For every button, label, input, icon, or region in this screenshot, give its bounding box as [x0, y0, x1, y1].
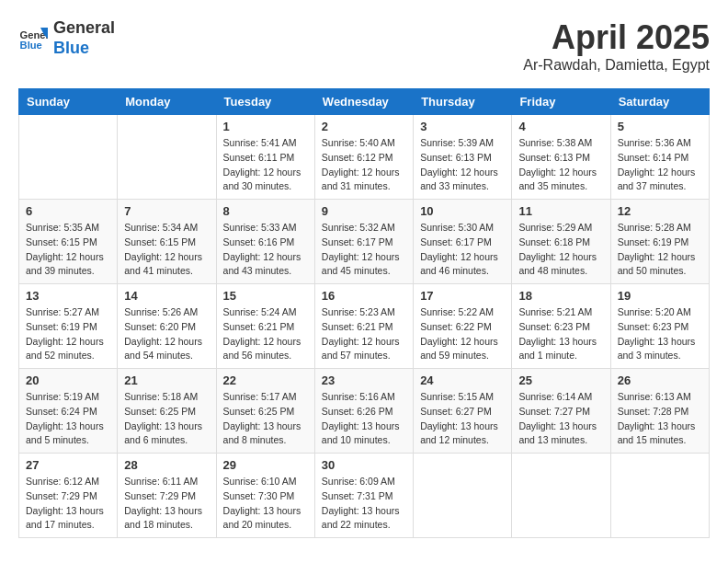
calendar-header-row: SundayMondayTuesdayWednesdayThursdayFrid… — [19, 89, 710, 115]
cell-content: Sunrise: 5:34 AM Sunset: 6:15 PM Dayligh… — [124, 221, 209, 279]
calendar-week-5: 27 Sunrise: 6:12 AM Sunset: 7:29 PM Dayl… — [19, 454, 710, 538]
cell-content: Sunrise: 6:13 AM Sunset: 7:28 PM Dayligh… — [618, 390, 702, 448]
sunset-text: Sunset: 6:26 PM — [322, 405, 406, 419]
logo-line2: Blue — [53, 39, 115, 59]
calendar-cell: 1 Sunrise: 5:41 AM Sunset: 6:11 PM Dayli… — [216, 115, 314, 200]
day-number: 15 — [223, 289, 308, 303]
day-number: 13 — [26, 289, 110, 303]
day-number: 2 — [322, 120, 406, 133]
sunset-text: Sunset: 6:25 PM — [223, 405, 308, 419]
calendar-cell: 6 Sunrise: 5:35 AM Sunset: 6:15 PM Dayli… — [19, 200, 118, 284]
location-title: Ar-Rawdah, Damietta, Egypt — [523, 57, 710, 74]
sunrise-text: Sunrise: 5:26 AM — [124, 305, 209, 320]
day-number: 24 — [420, 373, 505, 387]
sunset-text: Sunset: 6:25 PM — [124, 405, 209, 419]
daylight-text: Daylight: 12 hours and 52 minutes. — [26, 335, 110, 364]
cell-content: Sunrise: 5:16 AM Sunset: 6:26 PM Dayligh… — [322, 390, 406, 448]
calendar-week-3: 13 Sunrise: 5:27 AM Sunset: 6:19 PM Dayl… — [19, 284, 710, 369]
header-cell-friday: Friday — [512, 89, 610, 115]
sunset-text: Sunset: 6:13 PM — [420, 151, 505, 166]
day-number: 21 — [124, 373, 209, 387]
day-number: 9 — [322, 204, 406, 218]
daylight-text: Daylight: 12 hours and 45 minutes. — [322, 250, 406, 280]
month-title: April 2025 — [523, 18, 710, 57]
daylight-text: Daylight: 13 hours and 5 minutes. — [26, 419, 110, 449]
day-number: 7 — [124, 204, 209, 218]
daylight-text: Daylight: 13 hours and 10 minutes. — [322, 419, 406, 449]
daylight-text: Daylight: 13 hours and 1 minute. — [518, 335, 603, 364]
day-number: 20 — [26, 373, 110, 387]
daylight-text: Daylight: 13 hours and 22 minutes. — [322, 504, 406, 534]
daylight-text: Daylight: 12 hours and 50 minutes. — [618, 250, 702, 280]
sunset-text: Sunset: 7:31 PM — [322, 489, 406, 504]
daylight-text: Daylight: 12 hours and 57 minutes. — [322, 335, 406, 364]
sunset-text: Sunset: 6:14 PM — [618, 151, 702, 166]
calendar-cell: 13 Sunrise: 5:27 AM Sunset: 6:19 PM Dayl… — [19, 284, 118, 369]
sunset-text: Sunset: 6:21 PM — [223, 320, 308, 335]
sunset-text: Sunset: 6:22 PM — [420, 320, 505, 335]
day-number: 28 — [124, 458, 209, 472]
logo-icon: General Blue — [18, 24, 48, 53]
sunrise-text: Sunrise: 5:41 AM — [223, 136, 308, 151]
calendar-cell — [118, 115, 216, 200]
daylight-text: Daylight: 12 hours and 59 minutes. — [420, 335, 505, 364]
sunrise-text: Sunrise: 5:33 AM — [223, 221, 308, 236]
calendar-cell: 4 Sunrise: 5:38 AM Sunset: 6:13 PM Dayli… — [512, 115, 610, 200]
daylight-text: Daylight: 13 hours and 15 minutes. — [618, 419, 702, 449]
sunrise-text: Sunrise: 5:35 AM — [26, 221, 110, 236]
day-number: 25 — [518, 373, 603, 387]
calendar-cell — [512, 454, 610, 538]
sunrise-text: Sunrise: 5:38 AM — [518, 136, 603, 151]
calendar-cell: 22 Sunrise: 5:17 AM Sunset: 6:25 PM Dayl… — [216, 369, 314, 454]
calendar-cell: 25 Sunrise: 6:14 AM Sunset: 7:27 PM Dayl… — [512, 369, 610, 454]
sunrise-text: Sunrise: 5:19 AM — [26, 390, 110, 405]
day-number: 18 — [518, 289, 603, 303]
sunrise-text: Sunrise: 5:29 AM — [518, 221, 603, 236]
cell-content: Sunrise: 5:21 AM Sunset: 6:23 PM Dayligh… — [518, 305, 603, 363]
sunrise-text: Sunrise: 5:16 AM — [322, 390, 406, 405]
sunrise-text: Sunrise: 5:36 AM — [618, 136, 702, 151]
calendar-cell: 19 Sunrise: 5:20 AM Sunset: 6:23 PM Dayl… — [610, 284, 709, 369]
sunrise-text: Sunrise: 6:12 AM — [26, 475, 110, 489]
daylight-text: Daylight: 13 hours and 12 minutes. — [420, 419, 505, 449]
sunrise-text: Sunrise: 5:20 AM — [618, 305, 702, 320]
cell-content: Sunrise: 5:24 AM Sunset: 6:21 PM Dayligh… — [223, 305, 308, 363]
calendar-cell: 12 Sunrise: 5:28 AM Sunset: 6:19 PM Dayl… — [610, 200, 709, 284]
cell-content: Sunrise: 5:20 AM Sunset: 6:23 PM Dayligh… — [618, 305, 702, 363]
header-cell-monday: Monday — [118, 89, 216, 115]
sunset-text: Sunset: 6:27 PM — [420, 405, 505, 419]
daylight-text: Daylight: 12 hours and 46 minutes. — [420, 250, 505, 280]
day-number: 3 — [420, 120, 505, 133]
calendar-cell: 14 Sunrise: 5:26 AM Sunset: 6:20 PM Dayl… — [118, 284, 216, 369]
day-number: 22 — [223, 373, 308, 387]
calendar-cell: 15 Sunrise: 5:24 AM Sunset: 6:21 PM Dayl… — [216, 284, 314, 369]
calendar-cell: 23 Sunrise: 5:16 AM Sunset: 6:26 PM Dayl… — [314, 369, 413, 454]
calendar-cell: 26 Sunrise: 6:13 AM Sunset: 7:28 PM Dayl… — [610, 369, 709, 454]
cell-content: Sunrise: 5:26 AM Sunset: 6:20 PM Dayligh… — [124, 305, 209, 363]
sunrise-text: Sunrise: 5:40 AM — [322, 136, 406, 151]
calendar-cell: 20 Sunrise: 5:19 AM Sunset: 6:24 PM Dayl… — [19, 369, 118, 454]
cell-content: Sunrise: 5:28 AM Sunset: 6:19 PM Dayligh… — [618, 221, 702, 279]
svg-text:Blue: Blue — [20, 40, 42, 51]
daylight-text: Daylight: 13 hours and 17 minutes. — [26, 504, 110, 534]
day-number: 19 — [618, 289, 702, 303]
day-number: 6 — [26, 204, 110, 218]
calendar-week-1: 1 Sunrise: 5:41 AM Sunset: 6:11 PM Dayli… — [19, 115, 710, 200]
day-number: 14 — [124, 289, 209, 303]
calendar-cell: 16 Sunrise: 5:23 AM Sunset: 6:21 PM Dayl… — [314, 284, 413, 369]
sunrise-text: Sunrise: 5:27 AM — [26, 305, 110, 320]
day-number: 17 — [420, 289, 505, 303]
sunrise-text: Sunrise: 5:32 AM — [322, 221, 406, 236]
daylight-text: Daylight: 12 hours and 35 minutes. — [518, 166, 603, 195]
sunrise-text: Sunrise: 6:14 AM — [518, 390, 603, 405]
daylight-text: Daylight: 12 hours and 41 minutes. — [124, 250, 209, 280]
day-number: 1 — [223, 120, 308, 133]
cell-content: Sunrise: 5:22 AM Sunset: 6:22 PM Dayligh… — [420, 305, 505, 363]
calendar-cell: 29 Sunrise: 6:10 AM Sunset: 7:30 PM Dayl… — [216, 454, 314, 538]
day-number: 10 — [420, 204, 505, 218]
daylight-text: Daylight: 13 hours and 6 minutes. — [124, 419, 209, 449]
cell-content: Sunrise: 5:40 AM Sunset: 6:12 PM Dayligh… — [322, 136, 406, 194]
cell-content: Sunrise: 5:38 AM Sunset: 6:13 PM Dayligh… — [518, 136, 603, 194]
sunset-text: Sunset: 7:29 PM — [26, 489, 110, 504]
cell-content: Sunrise: 5:29 AM Sunset: 6:18 PM Dayligh… — [518, 221, 603, 279]
